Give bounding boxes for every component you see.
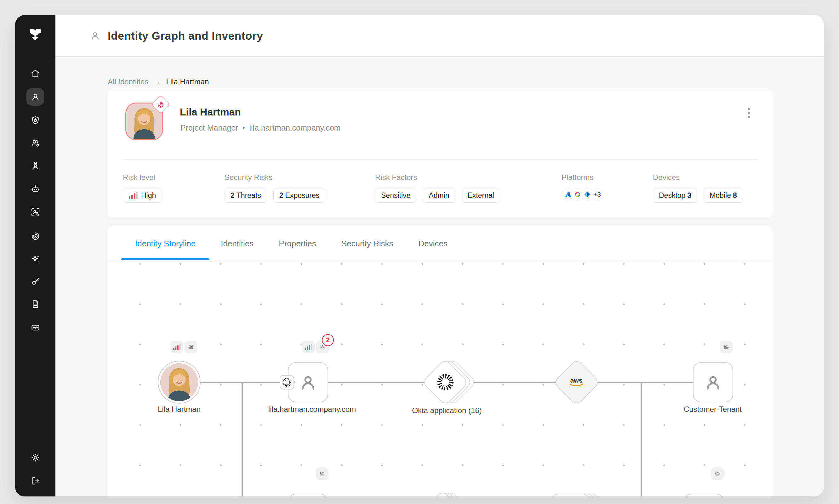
document-icon	[31, 299, 40, 309]
settings-icon	[31, 453, 40, 463]
breadcrumb-all-identities[interactable]: All Identities	[108, 77, 148, 86]
sidebar-item-security[interactable]	[27, 111, 44, 129]
devices-label: Devices	[653, 173, 680, 182]
graph-edge	[242, 382, 243, 497]
identity-email: lila.hartman.company.com	[249, 123, 340, 132]
sparkles-icon	[31, 254, 40, 264]
risk-bars-chip-icon	[170, 341, 183, 353]
exposures-badge: 2 Exposures	[273, 188, 325, 203]
platforms-label: Platforms	[562, 173, 593, 182]
page-header: Identity Graph and Inventory	[55, 15, 824, 57]
graph-node-azure-resource[interactable]	[550, 493, 591, 497]
risk-factor-sensitive: Sensitive	[375, 188, 416, 203]
subtitle-separator: •	[242, 124, 245, 131]
crown-chip-icon	[316, 468, 328, 480]
sidebar-item-bots[interactable]	[27, 180, 44, 198]
logout-icon	[31, 476, 40, 486]
okta-logo-icon	[437, 374, 453, 391]
shield-lock-icon	[31, 115, 40, 125]
tab-devices[interactable]: Devices	[418, 239, 447, 249]
devices-badges: Desktop 3 Mobile 8	[653, 188, 743, 203]
graph-node-label: Lila Hartman	[158, 405, 201, 414]
sidebar-item-itdr[interactable]	[27, 227, 44, 245]
users-gear-icon	[31, 139, 40, 148]
risk-bars-chip-icon	[302, 341, 315, 353]
robot-icon	[31, 184, 40, 194]
risk-factors-label: Risk Factors	[375, 173, 417, 182]
sidebar-item-identities[interactable]	[27, 88, 44, 106]
identity-role: Project Manager	[181, 123, 238, 132]
graph-node-label: lila.hartman.company.com	[268, 405, 356, 414]
alert-count-badge: 2	[322, 334, 334, 346]
svg-text:aws: aws	[570, 377, 582, 384]
security-risks-badges: 2 Threats 2 Exposures	[225, 188, 325, 203]
sidebar-item-admins[interactable]	[27, 157, 44, 175]
home-icon	[31, 69, 40, 78]
okta-provider-badge-icon	[280, 375, 294, 390]
graph-node-label: Okta application (16)	[412, 406, 482, 415]
app-logo-icon[interactable]	[28, 28, 42, 42]
risk-factor-admin: Admin	[423, 188, 455, 203]
tab-identity-storyline[interactable]: Identity Storyline	[135, 239, 195, 249]
risk-factors-badges: Sensitive Admin External	[375, 188, 500, 203]
graph-node-label: Customer-Tenant	[684, 405, 742, 414]
sidebar-item-discovery[interactable]	[27, 203, 44, 221]
sidebar-item-logout[interactable]	[27, 472, 44, 489]
mobile-devices-badge: Mobile 8	[704, 188, 743, 203]
user-crown-icon	[31, 161, 40, 171]
sidebar-item-groups[interactable]	[27, 134, 44, 152]
graph-node-person[interactable]	[158, 361, 201, 403]
breadcrumb-current: Lila Hartman	[166, 77, 209, 86]
tab-identities[interactable]: Identities	[221, 239, 254, 249]
page-title: Identity Graph and Inventory	[108, 30, 263, 42]
graph-node-tenant-account[interactable]	[684, 493, 724, 497]
breadcrumb: All Identities → Lila Hartman	[108, 77, 209, 86]
sidebar-item-credentials[interactable]	[27, 272, 44, 290]
risk-level-value: High	[123, 188, 162, 203]
sidebar-item-reports[interactable]	[27, 295, 44, 313]
identity-name: Lila Hartman	[180, 106, 241, 118]
crown-chip-icon	[720, 341, 733, 353]
risk-level-pill: High	[123, 188, 162, 203]
security-risks-label: Security Risks	[225, 173, 272, 182]
sidebar	[15, 15, 55, 497]
risk-bars-icon	[129, 192, 138, 199]
sidebar-item-settings[interactable]	[27, 449, 44, 466]
risk-factor-external: External	[462, 188, 500, 203]
graph-node-aws[interactable]: aws	[560, 365, 593, 399]
scan-user-icon	[31, 207, 40, 217]
aws-logo-icon: aws	[567, 376, 586, 389]
risk-level-label: Risk level	[123, 173, 155, 182]
crown-chip-icon	[185, 341, 197, 353]
tab-properties[interactable]: Properties	[279, 239, 316, 249]
tab-security-risks[interactable]: Security Risks	[341, 239, 393, 249]
profile-menu-button[interactable]	[743, 106, 755, 120]
crown-chip-icon	[711, 468, 724, 480]
breadcrumb-arrow-icon: →	[153, 77, 161, 86]
radar-icon	[31, 231, 40, 241]
identity-subtitle: Project Manager • lila.hartman.company.c…	[181, 123, 340, 132]
profile-divider	[123, 159, 758, 160]
identity-detail-panel: Identity Storyline Identities Properties…	[107, 226, 773, 497]
app-window: Identity Graph and Inventory All Identit…	[15, 15, 824, 497]
graph-node-entra-account[interactable]	[288, 493, 328, 497]
desktop-devices-badge: Desktop 3	[653, 188, 697, 203]
platforms-more-badge: +3	[591, 188, 603, 201]
identity-profile-card: Lila Hartman Project Manager • lila.hart…	[107, 89, 773, 219]
identity-graph-canvas[interactable]: Lila Hartman	[107, 262, 773, 497]
profile-avatar	[125, 103, 163, 140]
user-icon	[31, 92, 40, 102]
sidebar-item-ai[interactable]	[27, 250, 44, 268]
main-content: All Identities → Lila Hartman Lila Hartm…	[55, 57, 824, 497]
key-icon	[31, 276, 40, 286]
page-title-user-icon	[89, 30, 101, 41]
graph-node-okta-application[interactable]	[429, 365, 462, 399]
graph-node-customer-tenant[interactable]	[693, 362, 733, 402]
activity-card-icon	[31, 323, 40, 332]
platforms-value: +3	[562, 188, 603, 201]
sidebar-item-home[interactable]	[27, 65, 44, 82]
tab-bar: Identity Storyline Identities Properties…	[107, 226, 773, 262]
sidebar-item-activity[interactable]	[27, 319, 44, 336]
graph-edge	[640, 382, 642, 497]
threats-badge: 2 Threats	[225, 188, 267, 203]
